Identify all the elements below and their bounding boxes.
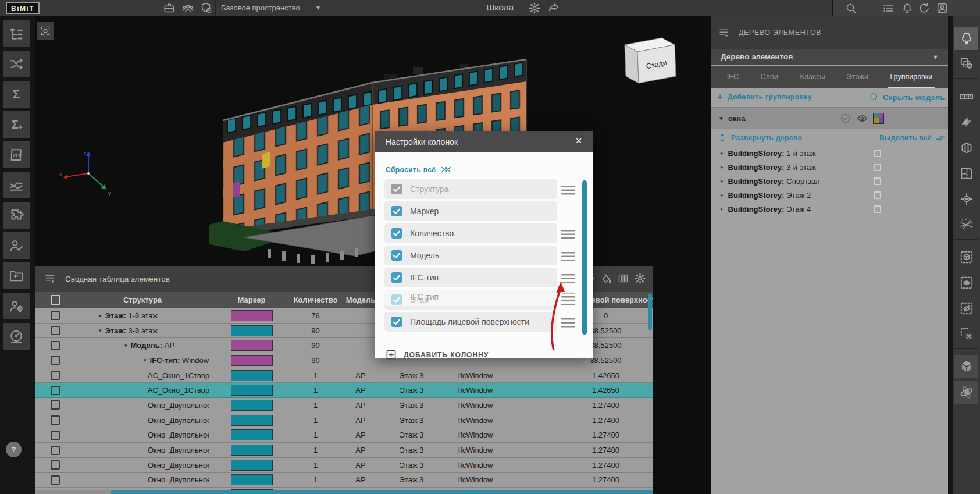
tab-этажи[interactable]: Этажи (844, 66, 871, 88)
column-checkbox[interactable] (391, 317, 402, 327)
tree-item-checkbox[interactable] (874, 150, 881, 157)
row-checkbox[interactable] (51, 311, 60, 320)
column-toggle-row[interactable]: Модель (384, 246, 557, 265)
table-menu-icon[interactable] (44, 272, 57, 285)
table-hscroll-track[interactable] (35, 490, 653, 494)
share-icon[interactable] (547, 2, 560, 15)
caret-down-icon[interactable]: ▼ (718, 115, 724, 122)
column-checkbox[interactable] (391, 228, 402, 239)
add-column-button[interactable]: ДОБАВИТЬ КОЛОННУ (386, 349, 489, 360)
row-checkbox[interactable] (51, 326, 60, 335)
drag-handle-icon[interactable] (561, 229, 576, 239)
orbit-icon[interactable] (954, 381, 978, 404)
row-checkbox[interactable] (51, 371, 60, 380)
focus-selection-button[interactable] (37, 22, 54, 40)
drag-handle-icon[interactable] (561, 251, 576, 261)
focus-target-icon[interactable] (954, 187, 978, 211)
shield-user-icon[interactable] (200, 2, 213, 15)
sum-add-icon[interactable]: Σ (3, 111, 30, 138)
help-button[interactable]: ? (6, 442, 22, 457)
row-checkbox[interactable] (51, 356, 60, 365)
navigation-cube[interactable]: Сзади (616, 32, 692, 90)
tab-слои[interactable]: Слои (758, 66, 781, 88)
visibility-eye-icon[interactable] (856, 112, 868, 125)
caret-right-icon[interactable]: ▸ (721, 178, 724, 184)
tree-item-checkbox[interactable] (874, 191, 881, 199)
tree-item[interactable]: ▸BuildingStorey:Этаж 4 (711, 202, 948, 216)
add-grouping-button[interactable]: Добавить группировку (728, 93, 812, 101)
expand-caret-icon[interactable]: ▾ (99, 328, 102, 333)
column-toggle-row[interactable]: Маркер (384, 201, 557, 221)
row-checkbox[interactable] (51, 341, 60, 350)
account-icon[interactable] (936, 2, 949, 15)
tree-item-checkbox[interactable] (874, 205, 881, 213)
column-checkbox[interactable] (391, 206, 402, 216)
fill-color-icon[interactable] (600, 272, 612, 285)
table-row[interactable]: Окно_Двупольное_Ф…1АРЭтаж 3IfcWindow1.27… (35, 458, 653, 473)
structure-tree-icon[interactable] (3, 20, 30, 47)
project-settings-icon[interactable] (528, 2, 541, 15)
briefcase-icon[interactable] (163, 2, 176, 15)
table-row[interactable]: Окно_Двупольное_Ф…1АРЭтаж 3IfcWindow1.27… (35, 473, 653, 488)
select-all-button[interactable]: Выделить всё (879, 133, 945, 143)
row-checkbox[interactable] (51, 431, 60, 440)
row-checkbox[interactable] (51, 400, 60, 410)
axis-intersect-icon[interactable]: 12 (954, 213, 978, 236)
column-toggle-row[interactable]: Количество (384, 223, 557, 243)
caret-right-icon[interactable]: ▸ (721, 192, 724, 198)
select-all-checkbox[interactable] (51, 295, 60, 305)
column-checkbox[interactable] (391, 184, 402, 194)
user-check-icon[interactable] (3, 232, 30, 259)
check-circle-icon[interactable] (839, 112, 851, 125)
columns-icon[interactable] (617, 272, 629, 285)
expand-caret-icon[interactable]: ▾ (144, 357, 147, 363)
menu-list-icon[interactable] (882, 2, 895, 15)
isolate-box-icon[interactable] (954, 246, 978, 269)
row-checkbox[interactable] (51, 386, 60, 395)
tree-selector[interactable]: Дерево элементов ▼ (711, 49, 948, 65)
history-icon[interactable] (918, 2, 931, 15)
tab-классы[interactable]: Классы (797, 66, 827, 88)
row-checkbox[interactable] (51, 475, 60, 485)
section-box-icon[interactable] (954, 136, 978, 159)
tree-item[interactable]: ▸BuildingStorey:1-й этаж (711, 146, 948, 160)
caret-right-icon[interactable]: ▸ (721, 150, 724, 156)
tab-группировки[interactable]: Группировки (888, 66, 935, 88)
panel-menu-icon[interactable] (718, 27, 730, 39)
table-row[interactable]: Окно_Двупольное_Ф…1АРЭтаж 3IfcWindow1.27… (35, 443, 653, 458)
column-toggle-row[interactable]: Площадь лицевой поверхности (384, 312, 557, 332)
settings-icon[interactable] (634, 272, 646, 285)
workspace-caret-icon[interactable]: ▼ (315, 5, 321, 11)
caret-right-icon[interactable]: ▸ (721, 206, 724, 212)
table-row[interactable]: АС_Окно_1Створка:1…1АРЭтаж 3IfcWindow1.4… (35, 383, 653, 398)
color-palette-icon[interactable] (873, 113, 884, 124)
column-checkbox[interactable] (391, 250, 402, 261)
modal-scrollbar[interactable] (582, 180, 587, 335)
notifications-icon[interactable] (901, 2, 914, 15)
tab-ifc[interactable]: IFC (725, 66, 741, 88)
expand-tree-button[interactable]: Развернуть дерево (731, 134, 802, 142)
hide-model-button[interactable]: Скрыть модель (869, 92, 945, 102)
ruler-icon[interactable] (954, 85, 978, 108)
tree-item[interactable]: ▸BuildingStorey:Спортзал (711, 174, 948, 188)
grouping-row-okna[interactable]: ▼ окна (711, 107, 948, 129)
column-checkbox[interactable] (391, 272, 402, 283)
row-checkbox[interactable] (51, 460, 60, 470)
section-plane-icon[interactable] (954, 111, 978, 134)
search-icon[interactable] (844, 2, 857, 15)
table-row[interactable]: Окно_Двупольное_Ф…1АРЭтаж 3IfcWindow1.27… (35, 428, 653, 443)
team-icon[interactable] (181, 2, 194, 15)
table-vertical-scrollbar[interactable] (648, 294, 652, 330)
sum-icon[interactable]: Σ (3, 81, 30, 108)
view-2d-icon[interactable]: 2D (3, 141, 30, 168)
row-checkbox[interactable] (51, 446, 60, 455)
clear-selection-icon[interactable] (954, 322, 978, 346)
table-horizontal-scrollbar[interactable] (111, 490, 653, 494)
caret-right-icon[interactable]: ▸ (721, 164, 724, 170)
table-row[interactable]: Окно_Двупольное_Ф…1АРЭтаж 3IfcWindow1.27… (35, 398, 653, 413)
expand-caret-icon[interactable]: ▸ (99, 312, 102, 318)
shuffle-icon[interactable] (3, 51, 30, 77)
view-cube-icon[interactable] (954, 355, 978, 378)
tree-item[interactable]: ▸BuildingStorey:3-й этаж (711, 160, 948, 174)
tree-item[interactable]: ▸BuildingStorey:Этаж 2 (711, 188, 948, 202)
